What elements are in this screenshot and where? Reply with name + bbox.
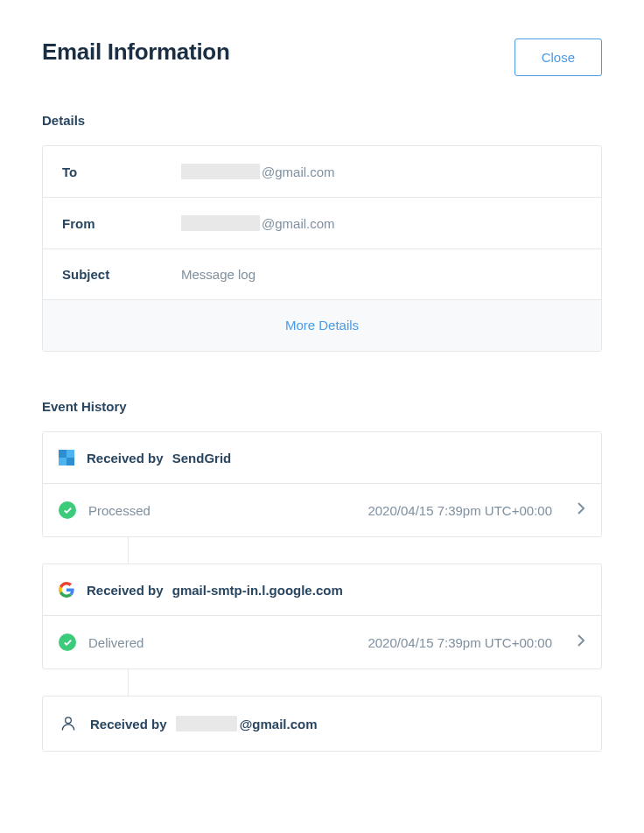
details-section: Details To @gmail.com From @gmail.com Su… (42, 113, 602, 352)
svg-point-0 (66, 718, 72, 724)
success-icon (59, 634, 76, 651)
detail-label: From (62, 216, 181, 231)
details-box: To @gmail.com From @gmail.com Subject Me… (42, 145, 602, 352)
sendgrid-icon (59, 450, 74, 466)
event-card: Received by gmail-smtp-in.l.google.com D… (42, 564, 602, 669)
detail-value-text: Message log (181, 267, 256, 282)
detail-value-text: @gmail.com (262, 164, 335, 179)
detail-label: To (62, 164, 181, 179)
details-section-title: Details (42, 113, 602, 128)
event-row[interactable]: Delivered 2020/04/15 7:39pm UTC+00:00 (43, 616, 601, 668)
event-timestamp: 2020/04/15 7:39pm UTC+00:00 (368, 635, 552, 650)
detail-label: Subject (62, 267, 181, 282)
event-received-by: Received by @gmail.com (90, 716, 318, 732)
person-icon (59, 714, 78, 733)
event-card-header: Received by gmail-smtp-in.l.google.com (43, 564, 601, 616)
event-received-by: Received by SendGrid (87, 451, 231, 466)
google-icon (59, 582, 74, 598)
detail-value: @gmail.com (181, 215, 335, 231)
redacted-text (181, 164, 260, 179)
event-history-section: Event History Received by SendGrid Proce… (42, 399, 602, 752)
timeline-connector (128, 537, 129, 564)
success-icon (59, 501, 76, 519)
detail-row-subject: Subject Message log (43, 249, 601, 300)
event-status: Processed (88, 503, 355, 518)
redacted-text (176, 716, 237, 732)
more-details-row: More Details (43, 300, 601, 351)
chevron-right-icon[interactable] (577, 502, 585, 518)
detail-row-from: From @gmail.com (43, 198, 601, 249)
close-button[interactable]: Close (514, 38, 602, 76)
redacted-text (181, 215, 260, 231)
detail-row-to: To @gmail.com (43, 146, 601, 198)
detail-value: Message log (181, 267, 256, 282)
event-card: Received by @gmail.com (42, 696, 602, 752)
timeline-connector (128, 669, 129, 696)
event-card: Received by SendGrid Processed 2020/04/1… (42, 431, 602, 537)
event-card-header: Received by SendGrid (43, 432, 601, 484)
event-status: Delivered (88, 635, 355, 650)
detail-value-text: @gmail.com (262, 216, 335, 231)
event-card-header: Received by @gmail.com (43, 696, 601, 751)
event-history-section-title: Event History (42, 399, 602, 414)
chevron-right-icon[interactable] (577, 634, 585, 650)
page-title: Email Information (42, 38, 229, 66)
event-timestamp: 2020/04/15 7:39pm UTC+00:00 (368, 503, 552, 518)
event-received-by: Received by gmail-smtp-in.l.google.com (87, 583, 343, 598)
detail-value: @gmail.com (181, 164, 335, 179)
event-row[interactable]: Processed 2020/04/15 7:39pm UTC+00:00 (43, 484, 601, 536)
more-details-link[interactable]: More Details (285, 318, 359, 332)
